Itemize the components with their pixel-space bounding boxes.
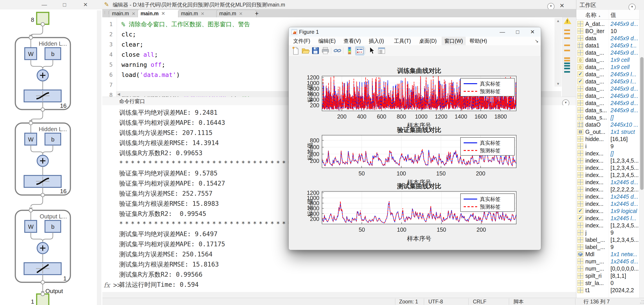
info-mark[interactable] <box>564 71 570 73</box>
workspace-variable-row[interactable]: index...[1,2,3,4,5... <box>576 222 639 229</box>
scroll-up-icon[interactable]: ▲ <box>554 19 562 23</box>
workspace-variable-row[interactable]: ✓data_...2445x9 l... <box>576 71 639 78</box>
workspace-variable-row[interactable]: spilt_ri[8,1,1] <box>576 272 639 279</box>
scrollbar-thumb[interactable] <box>640 57 644 190</box>
warning-mark[interactable] <box>564 57 570 59</box>
workspace-variable-row[interactable]: data12445x9 t... <box>576 42 639 49</box>
warning-mark[interactable] <box>564 37 570 39</box>
new-figure-icon[interactable] <box>292 46 300 55</box>
figure-maximize-icon[interactable]: □ <box>511 27 524 37</box>
column-value[interactable]: 值 <box>610 11 616 19</box>
figure-close-icon[interactable]: ✕ <box>526 27 540 37</box>
line-number[interactable]: 7 <box>102 80 116 90</box>
workspace-variable-row[interactable]: index...[1,2,3,4,5... <box>576 164 639 172</box>
insert-colorbar-icon[interactable] <box>346 46 354 55</box>
workspace-variable-row[interactable]: data_...2445x9 d... <box>576 100 639 106</box>
workspace-variable-row[interactable]: data_s...2445x9 d... <box>576 106 639 114</box>
figure-menu-item[interactable]: 桌面(D) <box>416 37 440 45</box>
pointer-icon[interactable] <box>368 46 376 55</box>
workspace-variable-row[interactable]: ✓data_...2445x9 l... <box>576 78 639 85</box>
workspace-variable-row[interactable]: index...1x2445 d... <box>576 193 639 200</box>
workspace-variable-row[interactable]: {}data_...1x9 cell <box>576 64 639 71</box>
workspace-variable-row[interactable]: label_...[1,2,3,4,5... <box>576 236 639 243</box>
workspace-variable-row[interactable]: label_...9 <box>576 243 639 250</box>
workspace-variable-row[interactable]: index...[] <box>576 150 639 157</box>
workspace-variable-row[interactable]: ✓index...1x2445 l... <box>576 214 639 222</box>
workspace-variable-row[interactable]: index...1x2445 d... <box>576 178 639 186</box>
command-prompt[interactable]: fx>> <box>104 281 121 289</box>
tab-close-icon[interactable]: ✕ <box>200 11 204 16</box>
info-mark[interactable] <box>564 68 570 69</box>
maximize-icon[interactable]: □ <box>59 1 70 8</box>
print-figure-icon[interactable] <box>321 46 330 55</box>
editor-tab[interactable]: main.m✕ <box>178 10 222 17</box>
warning-mark[interactable] <box>564 50 570 51</box>
workspace-variable-row[interactable]: data_...2445x9 d... <box>576 49 639 56</box>
figure-menu-item[interactable]: 窗口(W) <box>442 37 466 45</box>
scroll-left-icon[interactable]: ◀ <box>116 92 121 96</box>
command-horizontal-scrollbar[interactable] <box>102 292 576 298</box>
tab-close-icon[interactable]: ✕ <box>162 11 165 16</box>
editor-menu-button[interactable]: ▾ <box>547 1 554 10</box>
editor-close-icon[interactable]: ✕ <box>560 1 564 10</box>
workspace-scrollbar[interactable] <box>639 10 644 298</box>
workspace-variable-row[interactable]: ⊟G_out...1x1 struct <box>576 128 639 136</box>
warning-mark[interactable] <box>564 60 570 62</box>
link-plot-icon[interactable] <box>333 46 342 55</box>
figure-minimize-icon[interactable]: — <box>495 27 509 37</box>
info-mark[interactable] <box>564 62 570 64</box>
workspace-variable-row[interactable]: i9 <box>576 142 639 150</box>
workspace-variable-row[interactable]: ✓index...1x9 logical <box>576 208 639 214</box>
menu-overflow-arrow-icon[interactable]: ↘ <box>535 37 538 45</box>
workspace-variable-row[interactable]: A_dat...2445x9 d... <box>576 20 639 28</box>
open-file-icon[interactable] <box>301 46 310 55</box>
workspace-variable-row[interactable]: num_...1x2445 d... <box>576 258 639 265</box>
scroll-down-icon[interactable]: ▼ <box>554 82 562 86</box>
line-number[interactable]: 3 <box>102 39 116 50</box>
workspace-variable-row[interactable]: dataO2445x10 ... <box>576 121 639 128</box>
editor-tab[interactable]: main.m✕ <box>216 10 256 17</box>
workspace-variable-row[interactable]: j9 <box>576 229 639 236</box>
figure-menu-item[interactable]: 工具(T) <box>391 37 414 45</box>
line-number[interactable]: 1 <box>102 19 116 29</box>
line-number[interactable]: 2 <box>102 29 116 39</box>
column-name[interactable]: 名称 ▲ <box>585 11 601 19</box>
figure-titlebar[interactable]: Figure 1 — □ ✕ <box>289 27 541 37</box>
workspace-variable-row[interactable]: {}data_...1x9 cell <box>576 56 639 64</box>
figure-menu-item[interactable]: 插入(I) <box>366 37 387 45</box>
warning-mark[interactable] <box>564 33 570 34</box>
workspace-variable-row[interactable]: index...[1,2,3,4,5... <box>576 157 639 164</box>
workspace-variable-row[interactable]: BO_iter10 <box>576 28 639 35</box>
line-number[interactable]: 4 <box>102 50 116 60</box>
save-figure-icon[interactable] <box>311 46 320 55</box>
minimize-icon[interactable]: — <box>39 1 50 8</box>
figure-menu-item[interactable]: 文件(F) <box>290 37 313 45</box>
workspace-variable-row[interactable]: index...[2,2,2,2,2... <box>576 186 639 193</box>
warning-mark[interactable] <box>564 44 570 46</box>
editor-vertical-scrollbar[interactable]: ▲ ▼ <box>554 18 562 86</box>
workspace-variable-row[interactable]: str_la...0 <box>576 279 639 286</box>
workspace-variable-row[interactable]: index...[1,2,3,4,5... <box>576 172 639 178</box>
close-icon[interactable]: ✕ <box>80 1 90 8</box>
workspace-variable-row[interactable]: num_...[0,0,0,0,0... <box>576 265 639 272</box>
tab-close-icon[interactable]: ✕ <box>239 11 242 16</box>
figure-menu-item[interactable]: 帮助(H) <box>467 37 490 45</box>
workspace-variable-row[interactable]: Mdl1x1 netw... <box>576 250 639 258</box>
workspace-variable-row[interactable]: t1[2024,2,2 <box>576 286 639 294</box>
workspace-variable-row[interactable]: data_...2445x9 d... <box>576 92 639 100</box>
network-window-scrollbar[interactable] <box>97 10 102 305</box>
workspace-variable-row[interactable]: data2445x9 d... <box>576 35 639 42</box>
line-number[interactable]: 5 <box>102 60 116 70</box>
line-number[interactable]: 6 <box>102 70 116 80</box>
figure-menu-item[interactable]: 编辑(E) <box>316 37 338 45</box>
editor-tab[interactable]: main.m✕ <box>138 9 184 18</box>
line-number[interactable]: 8 <box>102 90 116 97</box>
workspace-variable-row[interactable]: data_...2445x9 d... <box>576 85 639 92</box>
insert-legend-icon[interactable] <box>355 46 364 55</box>
warning-icon[interactable] <box>564 18 571 24</box>
new-tab-button[interactable]: + <box>252 10 262 17</box>
workspace-variable-row[interactable]: index...1x2445 d... <box>576 200 639 208</box>
workspace-variable-row[interactable]: data_s...[] <box>576 114 639 121</box>
property-editor-icon[interactable] <box>377 46 386 55</box>
warning-mark[interactable] <box>564 30 570 31</box>
